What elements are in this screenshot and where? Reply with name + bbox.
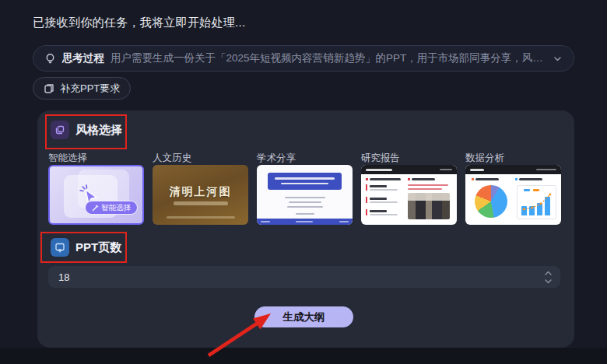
- style-option-data[interactable]: [465, 165, 561, 225]
- mini-trend-line: [520, 189, 555, 215]
- mini-bar-chart: [517, 185, 556, 219]
- page-count-input[interactable]: [48, 266, 560, 288]
- page-count-stepper: [543, 267, 553, 287]
- report-bullet-line: [408, 188, 442, 190]
- report-list-item: [366, 184, 403, 191]
- style-option-smart-select[interactable]: 智能选择: [48, 165, 144, 225]
- smart-select-badge: 智能选择: [85, 201, 138, 215]
- report-header-bar: [361, 165, 457, 174]
- style-option-label-history: 人文历史: [153, 152, 191, 165]
- academic-text-line: [289, 201, 321, 203]
- stepper-down-icon[interactable]: [543, 278, 553, 285]
- smart-select-badge-label: 智能选择: [101, 203, 131, 213]
- magic-wand-icon: [92, 205, 99, 212]
- chevron-down-icon[interactable]: [553, 54, 563, 64]
- report-bullet-line: [408, 184, 448, 186]
- thinking-label: 思考过程: [62, 51, 104, 65]
- bottom-background-strip: [0, 348, 607, 364]
- clipboard-icon: [44, 83, 54, 94]
- thinking-summary: 用户需要生成一份关于「2025年短视频内容营销新趋势」的PPT，用于市场部同事分…: [111, 51, 546, 65]
- style-option-research[interactable]: [361, 165, 457, 225]
- lightbulb-icon: [44, 53, 56, 65]
- report-section-bullet: [366, 178, 368, 180]
- artwork-caption-bar: [167, 216, 235, 219]
- supplement-ppt-label: 补充PPT要求: [60, 82, 120, 96]
- artwork-subtitle-bar: [174, 201, 228, 205]
- academic-text-line: [285, 197, 325, 198]
- report-list-item: [366, 209, 403, 215]
- style-option-label-data: 数据分析: [465, 152, 504, 165]
- academic-title-box: [268, 173, 342, 190]
- generate-outline-button[interactable]: 生成大纲: [254, 306, 353, 327]
- report-list-item: [366, 197, 403, 203]
- assistant-message: 已接收到你的任务，我将立即开始处理...: [33, 16, 246, 30]
- annotation-rect-style-section: [45, 114, 127, 149]
- academic-footer-bar: [257, 219, 353, 225]
- data-section-bullet: [515, 178, 518, 180]
- mini-pie: [475, 185, 507, 218]
- academic-text-line: [287, 206, 323, 208]
- style-option-label-academic: 学术分享: [257, 152, 296, 165]
- page-count-field: [48, 266, 560, 288]
- supplement-ppt-button[interactable]: 补充PPT要求: [33, 77, 131, 100]
- data-section-title-bar: [519, 178, 542, 180]
- data-section-bullet: [472, 178, 474, 180]
- store-photo: [408, 193, 450, 219]
- style-option-label-research: 研究报告: [361, 152, 400, 165]
- report-section-title-bar: [370, 178, 401, 180]
- annotation-rect-pages-section: [40, 232, 127, 263]
- data-section-title-bar: [475, 178, 499, 180]
- report-section-title-bar: [412, 178, 435, 180]
- thinking-process-bar[interactable]: 思考过程 用户需要生成一份关于「2025年短视频内容营销新趋势」的PPT，用于市…: [33, 45, 574, 72]
- style-option-history[interactable]: 清明上河图: [153, 165, 248, 225]
- academic-text-line: [296, 213, 314, 215]
- style-option-label-smart: 智能选择: [48, 152, 87, 165]
- report-section-bullet: [408, 178, 410, 180]
- artwork-title: 清明上河图: [153, 185, 248, 199]
- stepper-up-icon[interactable]: [543, 269, 553, 277]
- style-option-academic[interactable]: [257, 165, 353, 225]
- data-header-bar: [465, 165, 561, 174]
